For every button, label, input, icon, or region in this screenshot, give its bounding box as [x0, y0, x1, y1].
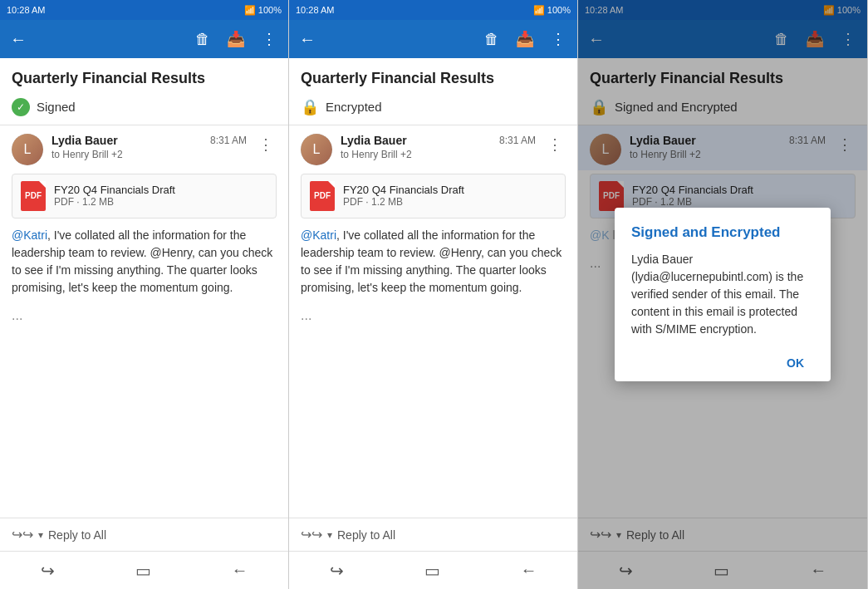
- back-nav-icon-2[interactable]: ←: [508, 557, 551, 583]
- body-text-2: , I've collated all the information for …: [301, 228, 562, 294]
- email-subject-2: Quarterly Financial Results: [289, 58, 577, 93]
- reply-icon-1: ↪↪: [12, 527, 33, 542]
- dialog-ok-button[interactable]: OK: [777, 351, 814, 375]
- avatar-1: L: [12, 134, 43, 165]
- battery-icon-1: 100%: [258, 5, 282, 15]
- copy-icon-1[interactable]: ▭: [122, 557, 164, 584]
- status-icons-1: 📶 100%: [244, 5, 282, 16]
- mention-katri-1: @Katri: [12, 228, 47, 242]
- forward-icon-1[interactable]: ↪: [27, 557, 68, 584]
- forward-icon-2[interactable]: ↪: [316, 557, 357, 584]
- copy-icon-2[interactable]: ▭: [411, 557, 454, 584]
- email-meta-1: Lydia Bauer 8:31 AM to Henry Brill +2: [51, 134, 247, 160]
- avatar-2: L: [301, 134, 332, 165]
- more-icon-2[interactable]: ⋮: [546, 27, 571, 52]
- attachment-size-1: PDF · 1.2 MB: [54, 196, 175, 208]
- recipient-1: to Henry Brill +2: [51, 149, 247, 160]
- attachment-2[interactable]: PDF FY20 Q4 Financials Draft PDF · 1.2 M…: [301, 174, 566, 218]
- time-2: 8:31 AM: [499, 135, 536, 146]
- pdf-icon-2: PDF: [310, 181, 335, 211]
- reply-bar-1: ↪↪ ▾ Reply to All: [0, 518, 288, 551]
- delete-icon-2[interactable]: 🗑: [479, 27, 504, 52]
- status-icons-2: 📶 100%: [533, 5, 571, 16]
- email-meta-top-2: Lydia Bauer 8:31 AM: [341, 134, 536, 147]
- lock-icon: 🔒: [301, 98, 319, 116]
- bottom-nav-2: ↪ ▭ ←: [289, 551, 577, 589]
- archive-icon-2[interactable]: 📥: [511, 27, 539, 52]
- reply-label-2[interactable]: Reply to All: [337, 528, 395, 542]
- email-subject-1: Quarterly Financial Results: [0, 58, 288, 93]
- row-more-2[interactable]: ⋮: [544, 134, 566, 155]
- avatar-img-1: L: [12, 134, 43, 165]
- app-bar-1: ← 🗑 📥 ⋮: [0, 20, 288, 58]
- email-row-1: L Lydia Bauer 8:31 AM to Henry Brill +2 …: [0, 125, 288, 170]
- archive-icon-1[interactable]: 📥: [222, 27, 250, 52]
- email-content-2: Quarterly Financial Results 🔒 Encrypted …: [289, 58, 577, 518]
- more-icon-1[interactable]: ⋮: [257, 27, 282, 52]
- time-1: 8:31 AM: [210, 135, 247, 146]
- email-body-1: @Katri, I've collated all the informatio…: [0, 227, 288, 303]
- dialog-body: Lydia Bauer (lydia@lucernepubintl.com) i…: [631, 251, 814, 338]
- reply-dropdown-2[interactable]: ▾: [327, 529, 332, 541]
- signed-icon: ✓: [12, 98, 30, 116]
- attachment-1[interactable]: PDF FY20 Q4 Financials Draft PDF · 1.2 M…: [12, 174, 277, 218]
- recipient-2: to Henry Brill +2: [341, 149, 536, 160]
- status-time-2: 10:28 AM: [296, 5, 334, 15]
- email-meta-2: Lydia Bauer 8:31 AM to Henry Brill +2: [341, 134, 536, 160]
- reply-label-1[interactable]: Reply to All: [48, 528, 106, 542]
- bottom-nav-1: ↪ ▭ ←: [0, 551, 288, 589]
- delete-icon-1[interactable]: 🗑: [190, 27, 215, 52]
- panel-encrypted: 10:28 AM 📶 100% ← 🗑 📥 ⋮ Quarterly Financ…: [289, 0, 578, 589]
- sender-1: Lydia Bauer: [51, 134, 118, 147]
- reply-dropdown-1[interactable]: ▾: [38, 529, 43, 541]
- app-bar-2: ← 🗑 📥 ⋮: [289, 20, 577, 58]
- email-content-1: Quarterly Financial Results ✓ Signed L L…: [0, 58, 288, 518]
- mention-katri-2: @Katri: [301, 228, 336, 242]
- dialog-title: Signed and Encrypted: [631, 224, 814, 241]
- back-button-2[interactable]: ←: [296, 27, 319, 52]
- attachment-name-2: FY20 Q4 Financials Draft: [343, 184, 464, 196]
- email-row-2: L Lydia Bauer 8:31 AM to Henry Brill +2 …: [289, 125, 577, 170]
- back-nav-icon-1[interactable]: ←: [218, 557, 262, 583]
- dialog-actions: OK: [631, 351, 814, 375]
- ellipsis-2: ...: [289, 303, 577, 328]
- back-button-1[interactable]: ←: [7, 27, 30, 52]
- status-bar-1: 10:28 AM 📶 100%: [0, 0, 288, 20]
- email-body-2: @Katri, I've collated all the informatio…: [289, 227, 577, 303]
- encrypted-label: Encrypted: [326, 100, 382, 114]
- attachment-name-1: FY20 Q4 Financials Draft: [54, 184, 175, 196]
- panel-signed: 10:28 AM 📶 100% ← 🗑 📥 ⋮ Quarterly Financ…: [0, 0, 289, 589]
- pdf-icon-1: PDF: [21, 181, 46, 211]
- wifi-icon-2: 📶: [533, 5, 545, 16]
- reply-bar-2: ↪↪ ▾ Reply to All: [289, 518, 577, 551]
- security-badge-signed[interactable]: ✓ Signed: [0, 93, 288, 125]
- reply-icon-2: ↪↪: [301, 527, 322, 542]
- status-bar-2: 10:28 AM 📶 100%: [289, 0, 577, 20]
- row-more-1[interactable]: ⋮: [255, 134, 277, 155]
- sender-2: Lydia Bauer: [341, 134, 407, 147]
- signed-label: Signed: [37, 100, 76, 114]
- dialog-overlay: Signed and Encrypted Lydia Bauer (lydia@…: [578, 0, 867, 589]
- attachment-info-2: FY20 Q4 Financials Draft PDF · 1.2 MB: [343, 184, 464, 208]
- body-text-1: , I've collated all the information for …: [12, 228, 272, 294]
- attachment-size-2: PDF · 1.2 MB: [343, 196, 464, 208]
- status-time-1: 10:28 AM: [7, 5, 45, 15]
- avatar-img-2: L: [301, 134, 332, 165]
- battery-icon-2: 100%: [547, 5, 571, 15]
- attachment-info-1: FY20 Q4 Financials Draft PDF · 1.2 MB: [54, 184, 175, 208]
- panel-signed-encrypted: 10:28 AM 📶 100% ← 🗑 📥 ⋮ Quarterly Financ…: [578, 0, 868, 589]
- signed-encrypted-dialog: Signed and Encrypted Lydia Bauer (lydia@…: [615, 208, 831, 381]
- security-badge-encrypted[interactable]: 🔒 Encrypted: [289, 93, 577, 125]
- wifi-icon-1: 📶: [244, 5, 256, 16]
- email-meta-top-1: Lydia Bauer 8:31 AM: [51, 134, 247, 147]
- ellipsis-1: ...: [0, 303, 288, 328]
